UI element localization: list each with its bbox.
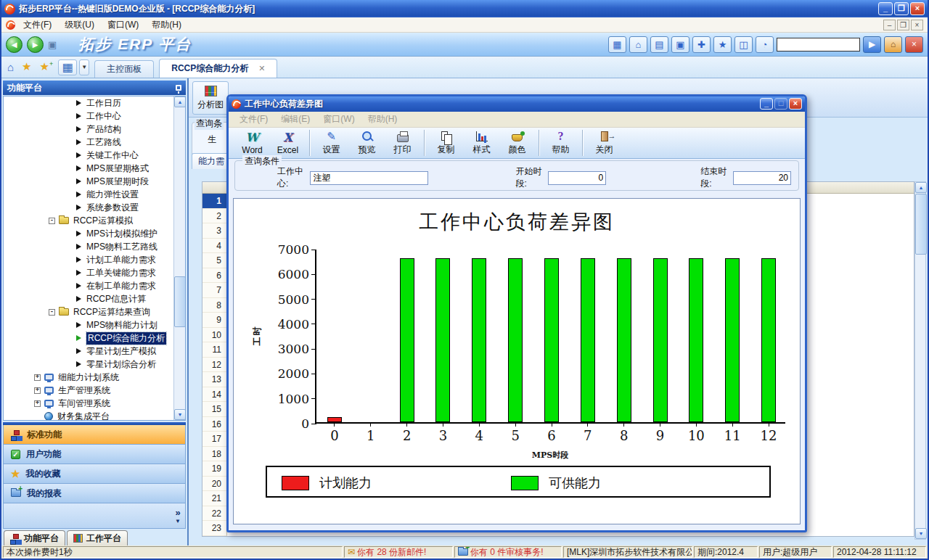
add-favorite-icon[interactable]: ★+ [40,60,54,73]
tree-item[interactable]: 零星计划生产模拟 [4,345,173,358]
status-new-mail[interactable]: ✉你有 28 份新邮件! [344,546,453,558]
dialog-menu-item-0[interactable]: 文件(F) [233,112,274,127]
work-center-input[interactable] [310,171,428,185]
exit-button[interactable]: × [905,36,923,53]
tab-work-platform[interactable]: 工作平台 [67,530,128,545]
dialog-minimize-button[interactable]: _ [760,98,773,110]
tab-list-button[interactable]: ▦ [58,59,77,75]
menu-item-3[interactable]: 帮助(H) [145,17,188,33]
grid-row[interactable]: 2 [202,209,227,224]
grid-row[interactable]: 21 [202,491,227,506]
menu-item-2[interactable]: 窗口(W) [101,17,145,33]
grid-row[interactable]: 16 [202,417,227,432]
menu-item-0[interactable]: 文件(F) [17,17,58,33]
back-button[interactable]: ◀ [6,36,22,53]
tree-item[interactable]: 工单关键能力需求 [4,266,173,279]
panel-my-favorites[interactable]: ★ 我的收藏 [3,464,186,484]
grid-row[interactable]: 3 [202,223,227,239]
start-period-input[interactable] [548,171,606,185]
new-folder-icon[interactable]: ✚ [692,36,711,53]
grid-row[interactable]: 5 [202,253,227,268]
tree-item[interactable]: 关键工作中心 [4,149,173,162]
scroll-down-icon[interactable]: ▼ [174,409,186,420]
tree-scrollbar[interactable]: ▲ ▼ [173,96,185,420]
tree-item[interactable]: 零星计划综合分析 [4,358,173,371]
scroll-down-icon[interactable]: ▼ [915,528,927,539]
mdi-close-button[interactable]: × [911,20,923,30]
grid-row[interactable]: 8 [202,298,227,313]
collapse-icon[interactable]: - [49,309,55,316]
tab-dashboard[interactable]: 主控面板 [94,60,154,78]
status-audit-tasks[interactable]: 你有 0 件审核事务! [454,546,562,558]
grid-row[interactable]: 10 [202,328,227,343]
book-icon[interactable]: ▤ [650,36,668,53]
tree-item[interactable]: 系统参数设置 [4,201,173,214]
grid-view-icon[interactable]: ▦ [608,36,626,53]
dialog-menu-item-3[interactable]: 帮助(H) [361,112,404,127]
grid-row[interactable]: 12 [202,358,227,373]
grid-row[interactable]: 14 [202,387,227,403]
tree-item[interactable]: 能力弹性设置 [4,188,173,201]
toolbar-button-door[interactable]: 关闭 [586,128,622,158]
grid-row[interactable]: 1 [202,194,227,209]
home-button[interactable]: ⌂ [884,36,902,53]
favorites-icon[interactable]: ★ [713,36,732,53]
close-button[interactable]: × [910,2,925,15]
more-panels-icon[interactable]: »▼ [175,509,181,525]
grid-row[interactable]: 6 [202,268,227,284]
favorite-icon[interactable]: ★ [22,60,31,73]
dialog-menu-item-1[interactable]: 编辑(E) [274,112,316,127]
analysis-chart-button[interactable]: 分析图 [192,81,229,115]
minimize-button[interactable]: _ [878,2,893,15]
scroll-up-icon[interactable]: ▲ [174,96,186,107]
tree-item[interactable]: MPS展望期格式 [4,162,173,175]
tree-item[interactable]: RCCP信息计算 [4,292,173,305]
org-chart-icon[interactable]: ▣ [671,36,689,53]
expand-icon[interactable]: + [34,400,41,407]
tab-dropdown-button[interactable]: ▼ [79,59,89,75]
clock-icon[interactable]: ◔ [756,36,774,53]
tree-item[interactable]: +生产管理系统 [4,384,173,397]
dialog-maximize-button[interactable]: □ [774,98,787,110]
tree-item[interactable]: MPS物料工艺路线 [4,240,173,253]
grid-row[interactable]: 22 [202,506,227,522]
grid-row[interactable]: 15 [202,402,227,417]
tree-item[interactable]: MPS展望期时段 [4,175,173,188]
tree-item[interactable]: MPS计划模拟维护 [4,227,173,240]
grid-row[interactable]: 20 [202,477,227,492]
toolbar-button-print[interactable]: 打印 [385,128,420,158]
toolbar-button-copy[interactable]: 复制 [428,128,464,158]
grid-row[interactable]: 13 [202,372,227,387]
tree-item[interactable]: +车间管理系统 [4,397,173,410]
tree-item[interactable]: -RCCP运算结果查询 [4,305,173,318]
expand-icon[interactable]: + [34,387,41,394]
end-period-input[interactable] [733,171,791,185]
tree-item[interactable]: 在制工单能力需求 [4,279,173,292]
dialog-close-button[interactable]: × [789,98,802,110]
scroll-thumb[interactable] [915,194,927,255]
capacity-demand-tab-partial[interactable]: 能力需 [192,153,231,169]
expand-icon[interactable]: + [34,374,41,381]
tree-item[interactable]: 产品结构 [4,123,173,136]
tree-item[interactable]: MPS物料能力计划 [4,318,173,332]
scroll-up-icon[interactable]: ▲ [915,182,927,193]
tree-item[interactable]: 工艺路线 [4,136,173,149]
toolbar-button-color[interactable]: 颜色 [499,128,535,158]
tree-item[interactable]: 财务集成平台 [4,410,173,420]
home-tab-icon[interactable]: ⌂ [7,61,14,73]
panel-standard-functions[interactable]: 标准功能 [3,425,186,445]
grid-row[interactable]: 17 [202,432,227,447]
tab-rccp-analysis[interactable]: RCCP综合能力分析 ✕ [159,59,277,78]
mdi-restore-button[interactable]: ❐ [897,20,909,30]
toolbar-button-style[interactable]: 样式 [464,128,499,158]
dialog-menu-item-2[interactable]: 窗口(W) [316,112,361,127]
scroll-thumb[interactable] [174,276,186,327]
grid-row[interactable]: 19 [202,461,227,477]
menu-item-1[interactable]: 级联(U) [58,17,101,33]
restore-button[interactable]: ❐ [894,2,909,15]
grid-row[interactable]: 9 [202,313,227,328]
tree-item[interactable]: -RCCP运算模拟 [4,214,173,227]
grid-row[interactable]: 7 [202,283,227,298]
tree-item[interactable]: RCCP综合能力分析 [4,332,173,345]
content-scrollbar[interactable]: ▲ ▼ [914,181,926,540]
